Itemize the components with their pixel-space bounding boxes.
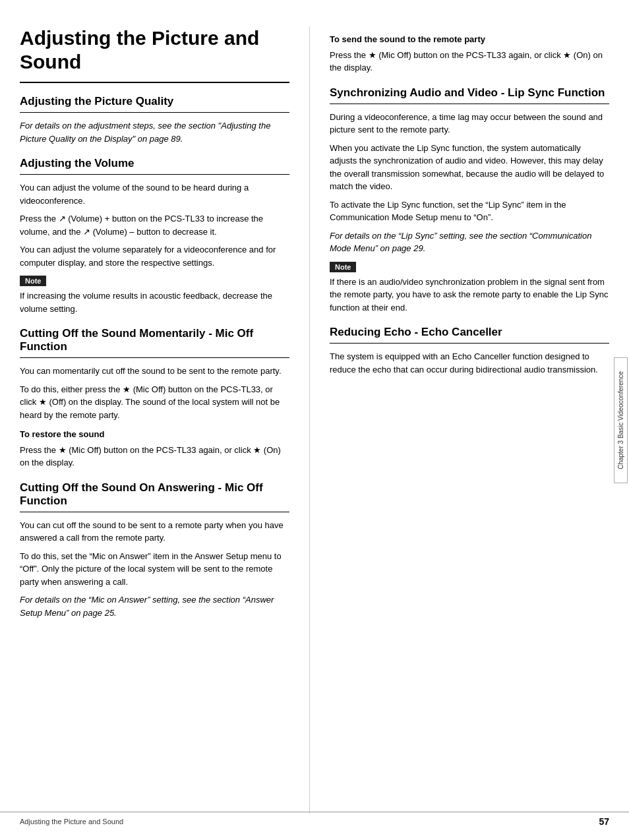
volume-para3: You can adjust the volume separately for… xyxy=(20,243,289,269)
volume-para1: You can adjust the volume of the sound t… xyxy=(20,181,289,207)
lip-sync-para1: During a videoconference, a time lag may… xyxy=(330,111,609,136)
lip-sync-italic: For details on the “Lip Sync” setting, s… xyxy=(330,229,609,255)
section-heading-picture-quality: Adjusting the Picture Quality xyxy=(20,95,289,113)
mic-off-answer-para1: You can cut off the sound to be sent to … xyxy=(20,519,289,545)
lip-sync-note-text: If there is an audio/video synchronizati… xyxy=(330,276,609,315)
lip-sync-para2: When you activate the Lip Sync function,… xyxy=(330,142,609,193)
mic-off-para1: You can momentarily cut off the sound to… xyxy=(20,365,289,378)
mic-off-answer-para2: To do this, set the “Mic on Answer” item… xyxy=(20,550,289,589)
lip-sync-para3: To activate the Lip Sync function, set t… xyxy=(330,198,609,224)
section-heading-mic-off: Cutting Off the Sound Momentarily - Mic … xyxy=(20,327,289,358)
section-heading-lip-sync: Synchronizing Audio and Video - Lip Sync… xyxy=(330,86,609,104)
chapter-label: Chapter 3 Basic Videoconference xyxy=(614,357,628,483)
restore-sound-para: Press the ★ (Mic Off) button on the PCS-… xyxy=(20,444,289,469)
mic-off-para2: To do this, either press the ★ (Mic Off)… xyxy=(20,383,289,422)
footer-title: Adjusting the Picture and Sound xyxy=(20,818,123,825)
send-sound-para: Press the ★ (Mic Off) button on the PCS-… xyxy=(330,49,609,75)
footer-page-number: 57 xyxy=(599,816,609,827)
volume-note-text: If increasing the volume results in acou… xyxy=(20,289,289,315)
send-sound-subheading: To send the sound to the remote party xyxy=(330,33,609,46)
chapter-sidebar: Chapter 3 Basic Videoconference xyxy=(613,0,629,840)
picture-quality-note: For details on the adjustment steps, see… xyxy=(20,119,289,145)
section-heading-echo: Reducing Echo - Echo Canceller xyxy=(330,326,609,344)
lip-sync-note-box: Note If there is an audio/video synchron… xyxy=(330,262,609,315)
section-heading-volume: Adjusting the Volume xyxy=(20,157,289,175)
lip-sync-note-label: Note xyxy=(330,262,356,272)
page-title: Adjusting the Picture and Sound xyxy=(20,26,289,83)
volume-note-label: Note xyxy=(20,276,46,286)
mic-off-answer-italic: For details on the “Mic on Answer” setti… xyxy=(20,593,289,619)
section-heading-mic-off-answer: Cutting Off the Sound On Answering - Mic… xyxy=(20,481,289,512)
restore-sound-subheading: To restore the sound xyxy=(20,428,289,441)
echo-para1: The system is equipped with an Echo Canc… xyxy=(330,350,609,376)
page-footer: Adjusting the Picture and Sound 57 xyxy=(0,812,629,827)
volume-note-box: Note If increasing the volume results in… xyxy=(20,276,289,315)
volume-para2: Press the ↗ (Volume) + button on the PCS… xyxy=(20,212,289,238)
